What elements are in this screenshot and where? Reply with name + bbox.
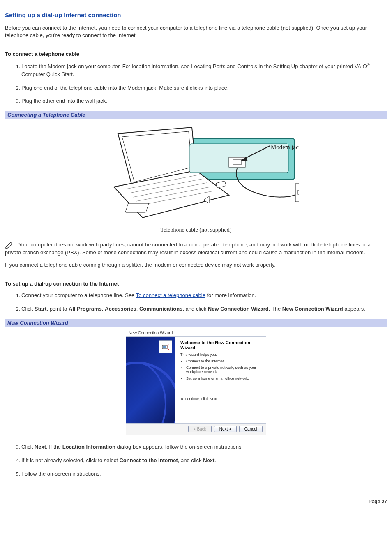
s2s1-post: for more information.: [205, 292, 256, 298]
wizard-dialog: New Connection Wizard Welcome to the New…: [126, 329, 266, 435]
s4t1: If it is not already selected, click to …: [21, 457, 119, 463]
s2b1: Start: [35, 306, 47, 312]
s2s1-pre: Connect your computer to a telephone lin…: [21, 292, 136, 298]
page-number: Page 27: [5, 499, 387, 504]
wizard-next-button[interactable]: Next >: [214, 426, 237, 432]
s2b6: New Connection Wizard: [282, 306, 343, 312]
wizard-back-button: < Back: [188, 426, 212, 432]
svg-rect-11: [216, 181, 226, 188]
s3b1: Next: [35, 444, 46, 450]
s2t3: ,: [102, 306, 105, 312]
s2t2: , point to: [46, 306, 68, 312]
wizard-helps: This wizard helps you:: [180, 352, 261, 357]
wizard-heading: Welcome to the New Connection Wizard: [180, 340, 261, 350]
note-paragraph: Your computer does not work with party l…: [5, 241, 387, 256]
section1-step3: Plug the other end into the wall jack.: [21, 97, 387, 105]
step1-post: Computer Quick Start.: [21, 71, 74, 77]
section1-heading: To connect a telephone cable: [5, 51, 387, 58]
wizard-bullet-2: Connect to a private network, such as yo…: [186, 366, 261, 374]
fig1-label-modem: Modem jack: [271, 144, 299, 150]
s4t3: .: [214, 457, 216, 463]
section1-step1: Locate the Modem jack on your computer. …: [21, 62, 387, 78]
registered-mark: ®: [367, 63, 370, 67]
section2-step4: If it is not already selected, click to …: [21, 457, 387, 465]
s4t2: , and click: [178, 457, 203, 463]
s3t3: dialog box appears, follow the on-screen…: [115, 444, 243, 450]
s2t1: Click: [21, 306, 35, 312]
svg-rect-9: [233, 160, 241, 165]
figure1-caption: Connecting a Telephone Cable: [5, 111, 387, 119]
wizard-side-graphic: [126, 337, 175, 423]
wizard-titlebar: New Connection Wizard: [126, 329, 266, 337]
note-icon: [5, 242, 16, 248]
section2-step1: Connect your computer to a telephone lin…: [21, 292, 387, 299]
section2-heading: To set up a dial-up connection to the In…: [5, 280, 387, 288]
figure2: New Connection Wizard Welcome to the New…: [5, 329, 387, 435]
intro-text: Before you can connect to the Internet, …: [5, 24, 387, 39]
svg-rect-14: [298, 190, 299, 194]
s2t5: , and click: [182, 306, 208, 312]
s2t4: ,: [136, 306, 139, 312]
note-text: Your computer does not work with party l…: [5, 242, 371, 256]
section1-step2: Plug one end of the telephone cable into…: [21, 84, 387, 92]
s2b4: Communications: [139, 306, 182, 312]
s3b2: Location Information: [62, 444, 115, 450]
s2b5: New Connection Wizard: [208, 306, 269, 312]
link-connect-cable[interactable]: To connect a telephone cable: [136, 292, 205, 298]
s2t6: . The: [269, 306, 282, 312]
wizard-bullet-1: Connect to the Internet.: [186, 359, 261, 363]
s2b2: All Programs: [69, 306, 102, 312]
section2-step2: Click Start, point to All Programs, Acce…: [21, 305, 387, 313]
wizard-cancel-button[interactable]: Cancel: [239, 426, 263, 432]
s2b3: Accessories: [105, 306, 136, 312]
figure2-caption: New Connection Wizard: [5, 319, 387, 327]
wizard-continue: To continue, click Next.: [180, 397, 261, 401]
page-title: Setting up a dial-up Internet connection: [5, 12, 387, 18]
svg-rect-16: [163, 346, 166, 348]
section2-step5: Follow the on-screen instructions.: [21, 470, 387, 478]
wizard-side-icon: [159, 340, 172, 353]
s4b1: Connect to the Internet: [119, 457, 178, 463]
step1-pre: Locate the Modem jack on your computer. …: [21, 63, 367, 69]
s3t1: Click: [21, 444, 35, 450]
svg-rect-6: [125, 203, 149, 212]
figure1: Modem jack Telephone cable (not supplied…: [5, 121, 387, 233]
splitter-text: If you connect a telephone cable coming …: [5, 261, 387, 269]
s4b2: Next: [203, 457, 214, 463]
s3t2: . If the: [46, 444, 62, 450]
s2t7: appears.: [343, 306, 365, 312]
section2-step3: Click Next. If the Location Information …: [21, 443, 387, 451]
wizard-bullet-3: Set up a home or small office network.: [186, 376, 261, 380]
